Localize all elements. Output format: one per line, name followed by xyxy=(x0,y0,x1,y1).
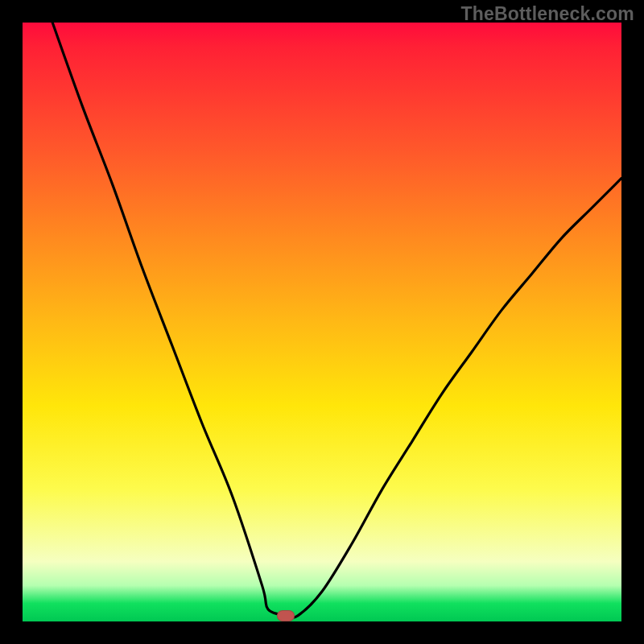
plot-area xyxy=(23,23,621,621)
bottleneck-curve xyxy=(23,23,621,621)
optimal-point-marker xyxy=(277,610,295,621)
chart-frame: TheBottleneck.com xyxy=(0,0,644,644)
watermark-text: TheBottleneck.com xyxy=(460,3,634,25)
